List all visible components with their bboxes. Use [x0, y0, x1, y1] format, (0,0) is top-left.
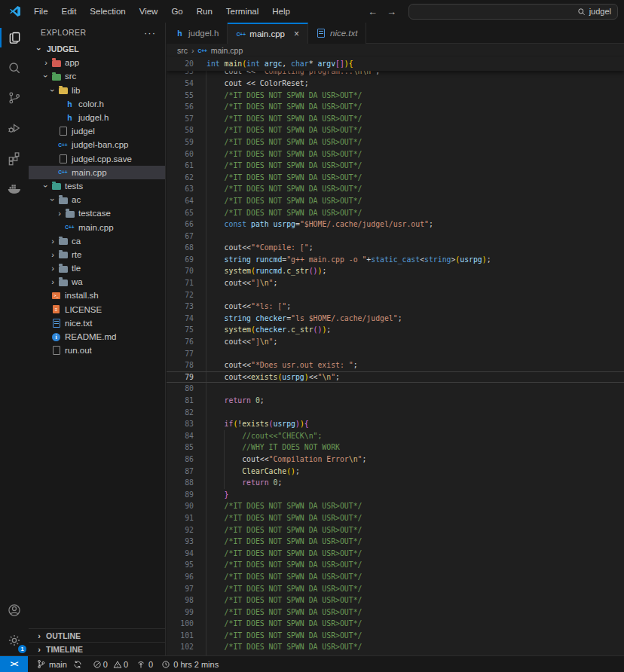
code-line-87[interactable]: 87 ClearCache(); [167, 466, 624, 478]
tree-item-main.cpp[interactable]: ›C++main.cpp [29, 166, 165, 179]
menu-help[interactable]: Help [265, 0, 297, 23]
broadcast-status[interactable]: 0 [136, 660, 153, 669]
tree-item-rte[interactable]: ›rte [29, 248, 165, 261]
menu-terminal[interactable]: Terminal [219, 0, 265, 23]
tree-item-wa[interactable]: ›wa [29, 275, 165, 289]
tree-item-judgel.h[interactable]: ›hjudgel.h [29, 111, 165, 124]
code-line-61[interactable]: 61 /*IT DOES NOT SPWN DA USR>OUT*/ [167, 160, 624, 172]
tree-item-testcase[interactable]: ›testcase [29, 206, 165, 220]
code-line-83[interactable]: 83 if(!exists(usrpg)){ [167, 418, 624, 430]
code-line-89[interactable]: 89 } [167, 489, 624, 501]
code-line-84[interactable]: 84 //cout<<"CHECK\n"; [167, 430, 624, 442]
menu-selection[interactable]: Selection [83, 0, 132, 23]
code-line-94[interactable]: 94 /*IT DOES NOT SPWN DA USR>OUT*/ [167, 548, 624, 560]
sticky-scroll-line[interactable]: 20int main(int argc, char* argv[]){ [167, 57, 624, 71]
code-line-98[interactable]: 98 /*IT DOES NOT SPWN DA USR>OUT*/ [167, 594, 624, 606]
code-line-90[interactable]: 90 /*IT DOES NOT SPWN DA USR>OUT*/ [167, 500, 624, 512]
activity-extensions-icon[interactable] [0, 143, 29, 173]
tree-item-ca[interactable]: ›ca [29, 234, 165, 248]
code-line-78[interactable]: 78 cout<<"*Does usr.out exist: "; [167, 359, 624, 371]
code-area[interactable]: 53 cout << "Compiling program...\n\n";54… [167, 57, 624, 655]
code-line-63[interactable]: 63 /*IT DOES NOT SPWN DA USR>OUT*/ [167, 183, 624, 195]
tree-item-readme.md[interactable]: ›iREADME.md [29, 330, 165, 344]
time-tracker-status[interactable]: 0 hrs 2 mins [161, 660, 219, 669]
code-line-72[interactable]: 72 [167, 289, 624, 301]
menu-edit[interactable]: Edit [55, 0, 84, 23]
code-line-91[interactable]: 91 /*IT DOES NOT SPWN DA USR>OUT*/ [167, 512, 624, 524]
code-line-81[interactable]: 81 return 0; [167, 395, 624, 407]
tree-item-ac[interactable]: ›ac [29, 193, 165, 206]
tab-nice.txt[interactable]: nice.txt [308, 23, 366, 44]
code-line-55[interactable]: 55 /*IT DOES NOT SPWN DA USR>OUT*/ [167, 90, 624, 102]
menu-go[interactable]: Go [164, 0, 189, 23]
panel-timeline[interactable]: ›TIMELINE [29, 642, 165, 655]
breadcrumb-folder[interactable]: src [177, 46, 188, 55]
tree-item-app[interactable]: ›app [29, 56, 165, 69]
remote-indicator[interactable]: >< [0, 656, 28, 672]
tree-item-nice.txt[interactable]: ›nice.txt [29, 316, 165, 330]
menu-file[interactable]: File [27, 0, 55, 23]
code-line-70[interactable]: 70 system(runcmd.c_str()); [167, 265, 624, 277]
tab-main.cpp[interactable]: C++main.cpp× [228, 23, 308, 44]
code-line-75[interactable]: 75 system(checker.c_str()); [167, 324, 624, 336]
code-line-77[interactable]: 77 [167, 348, 624, 360]
code-line-59[interactable]: 59 /*IT DOES NOT SPWN DA USR>OUT*/ [167, 136, 624, 148]
code-line-67[interactable]: 67 [167, 231, 624, 243]
code-line-82[interactable]: 82 [167, 407, 624, 419]
code-line-96[interactable]: 96 /*IT DOES NOT SPWN DA USR>OUT*/ [167, 571, 624, 583]
menu-view[interactable]: View [133, 0, 165, 23]
tree-item-src[interactable]: ›src [29, 69, 165, 83]
sticky-code-line[interactable]: 20int main(int argc, char* argv[]){ [167, 57, 624, 71]
code-line-54[interactable]: 54 cout << ColorReset; [167, 78, 624, 90]
back-icon[interactable]: ← [368, 6, 378, 17]
code-line-57[interactable]: 57 /*IT DOES NOT SPWN DA USR>OUT*/ [167, 113, 624, 125]
code-line-62[interactable]: 62 /*IT DOES NOT SPWN DA USR>OUT*/ [167, 172, 624, 184]
tab-judgel.h[interactable]: hjudgel.h [167, 23, 228, 44]
code-line-99[interactable]: 99 /*IT DOES NOT SPWN DA USR>OUT*/ [167, 606, 624, 619]
tree-item-main.cpp[interactable]: ›C++main.cpp [29, 220, 165, 234]
breadcrumb-file[interactable]: main.cpp [211, 46, 243, 55]
tree-item-tests[interactable]: ›tests [29, 179, 165, 193]
code-line-65[interactable]: 65 /*IT DOES NOT SPWN DA USR>OUT*/ [167, 207, 624, 219]
panel-outline[interactable]: ›OUTLINE [29, 628, 165, 642]
tree-item-lib[interactable]: ›lib [29, 84, 165, 97]
code-line-58[interactable]: 58 /*IT DOES NOT SPWN DA USR>OUT*/ [167, 124, 624, 136]
git-branch-status[interactable]: main [36, 659, 82, 669]
tree-item-license[interactable]: ›≡LICENSE [29, 303, 165, 316]
code-line-68[interactable]: 68 cout<<"*Compile: ["; [167, 242, 624, 254]
activity-docker-icon[interactable] [0, 173, 29, 203]
tree-item-color.h[interactable]: ›hcolor.h [29, 97, 165, 111]
code-line-92[interactable]: 92 /*IT DOES NOT SPWN DA USR>OUT*/ [167, 524, 624, 536]
code-line-73[interactable]: 73 cout<<"*ls: ["; [167, 301, 624, 313]
code-line-76[interactable]: 76 cout<<"]\n"; [167, 336, 624, 348]
code-line-102[interactable]: 102 /*IT DOES NOT SPWN DA USR>OUT*/ [167, 641, 624, 653]
code-line-95[interactable]: 95 /*IT DOES NOT SPWN DA USR>OUT*/ [167, 559, 624, 571]
tree-item-judgel-ban.cpp[interactable]: ›C++judgel-ban.cpp [29, 138, 165, 151]
code-line-93[interactable]: 93 /*IT DOES NOT SPWN DA USR>OUT*/ [167, 536, 624, 548]
tree-item-run.out[interactable]: ›run.out [29, 344, 165, 357]
more-actions-icon[interactable]: ··· [144, 27, 156, 38]
code-line-71[interactable]: 71 cout<<"]\n"; [167, 277, 624, 289]
code-line-69[interactable]: 69 string runcmd="g++ main.cpp -o "+stat… [167, 254, 624, 266]
code-line-101[interactable]: 101 /*IT DOES NOT SPWN DA USR>OUT*/ [167, 630, 624, 642]
close-icon[interactable]: × [294, 29, 299, 39]
problems-status[interactable]: 0 0 [93, 660, 128, 669]
code-line-97[interactable]: 97 /*IT DOES NOT SPWN DA USR>OUT*/ [167, 583, 624, 595]
activity-source-control-icon[interactable] [0, 83, 29, 113]
code-line-56[interactable]: 56 /*IT DOES NOT SPWN DA USR>OUT*/ [167, 101, 624, 113]
code-line-64[interactable]: 64 /*IT DOES NOT SPWN DA USR>OUT*/ [167, 195, 624, 207]
activity-run-debug-icon[interactable] [0, 113, 29, 143]
code-line-74[interactable]: 74 string checker="ls $HOME/.cache/judge… [167, 313, 624, 325]
code-line-79[interactable]: 79 cout<<exists(usrpg)<<"\n"; [167, 371, 624, 383]
code-line-88[interactable]: 88 return 0; [167, 477, 624, 489]
code-line-66[interactable]: 66 const path usrpg="$HOME/.cache/judgel… [167, 218, 624, 231]
menu-run[interactable]: Run [190, 0, 219, 23]
code-line-85[interactable]: 85 //WHY IT DOES NOT WORK [167, 441, 624, 454]
activity-search-icon[interactable] [0, 53, 29, 83]
code-line-100[interactable]: 100 /*IT DOES NOT SPWN DA USR>OUT*/ [167, 618, 624, 630]
tree-item-tle[interactable]: ›tle [29, 261, 165, 275]
activity-accounts-icon[interactable] [0, 595, 29, 625]
command-center-search[interactable]: judgel [408, 4, 618, 20]
tree-item-judgel[interactable]: ›JUDGEL [29, 42, 165, 56]
code-line-60[interactable]: 60 /*IT DOES NOT SPWN DA USR>OUT*/ [167, 148, 624, 160]
